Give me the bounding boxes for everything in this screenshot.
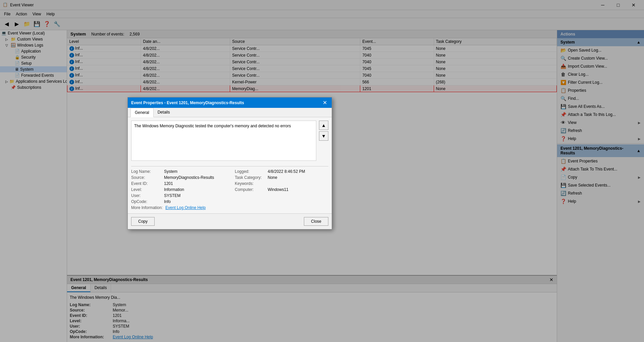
dialog-task-category-row: Task Category: None (235, 175, 328, 180)
more-info-link[interactable]: Event Log Online Help (165, 205, 206, 210)
dialog-close-action-button[interactable]: Close (304, 217, 328, 226)
dialog-title-bar: Event Properties - Event 1201, MemoryDia… (128, 97, 332, 108)
task-category-value: None (268, 175, 277, 180)
user-label: User: (131, 193, 161, 198)
level-label: Level: (131, 187, 161, 192)
more-info-label: More Information: (131, 205, 163, 210)
scroll-up-button[interactable]: ▲ (319, 121, 328, 130)
event-id-value: 1201 (164, 181, 173, 186)
dialog-log-name-row: Log Name: System (131, 169, 225, 174)
source-value: MemoryDiagnostics-Results (164, 175, 214, 180)
dialog-fields-grid: Log Name: System Source: MemoryDiagnosti… (131, 169, 328, 210)
level-value: Information (164, 187, 184, 192)
dialog-source-row: Source: MemoryDiagnostics-Results (131, 175, 225, 180)
dialog-tab-general[interactable]: General (130, 108, 154, 117)
dialog-copy-button[interactable]: Copy (131, 217, 155, 226)
opcode-label: OpCode: (131, 199, 161, 204)
dialog-computer-row: Computer: Windows11 (235, 187, 328, 192)
dialog-keywords-row: Keywords: (235, 181, 328, 186)
logged-value: 4/8/2022 8:46:52 PM (268, 169, 305, 174)
dialog-fields-area: Log Name: System Source: MemoryDiagnosti… (131, 166, 328, 210)
user-value: SYSTEM (164, 193, 180, 198)
dialog-close-button[interactable]: ✕ (321, 99, 328, 106)
dialog-buttons: Copy Close (128, 213, 332, 229)
modal-overlay: Event Properties - Event 1201, MemoryDia… (0, 0, 644, 342)
dialog-logged-row: Logged: 4/8/2022 8:46:52 PM (235, 169, 328, 174)
dialog-level-row: Level: Information (131, 187, 225, 192)
scroll-down-button[interactable]: ▼ (319, 131, 328, 141)
keywords-label: Keywords: (235, 181, 265, 186)
dialog-event-id-row: Event ID: 1201 (131, 181, 225, 186)
log-name-value: System (164, 169, 177, 174)
dialog-message: The Windows Memory Diagnostic tested the… (131, 121, 316, 161)
dialog-left-fields: Log Name: System Source: MemoryDiagnosti… (131, 169, 225, 210)
dialog-scroll-buttons: ▲ ▼ (319, 121, 328, 163)
logged-label: Logged: (235, 169, 265, 174)
dialog-more-info-row: More Information: Event Log Online Help (131, 205, 225, 210)
source-label: Source: (131, 175, 161, 180)
opcode-value: Info (164, 199, 171, 204)
dialog-opcode-row: OpCode: Info (131, 199, 225, 204)
dialog-user-row: User: SYSTEM (131, 193, 225, 198)
dialog-content: The Windows Memory Diagnostic tested the… (128, 117, 332, 213)
dialog-message-area: The Windows Memory Diagnostic tested the… (131, 121, 328, 163)
event-id-label: Event ID: (131, 181, 161, 186)
dialog-title: Event Properties - Event 1201, MemoryDia… (131, 100, 244, 105)
dialog-tabs: General Details (128, 108, 332, 117)
event-properties-dialog: Event Properties - Event 1201, MemoryDia… (127, 97, 332, 229)
computer-value: Windows11 (268, 187, 288, 192)
dialog-tab-details[interactable]: Details (154, 108, 174, 117)
log-name-label: Log Name: (131, 169, 161, 174)
dialog-right-fields: Logged: 4/8/2022 8:46:52 PM Task Categor… (235, 169, 328, 210)
computer-label: Computer: (235, 187, 265, 192)
task-category-label: Task Category: (235, 175, 265, 180)
